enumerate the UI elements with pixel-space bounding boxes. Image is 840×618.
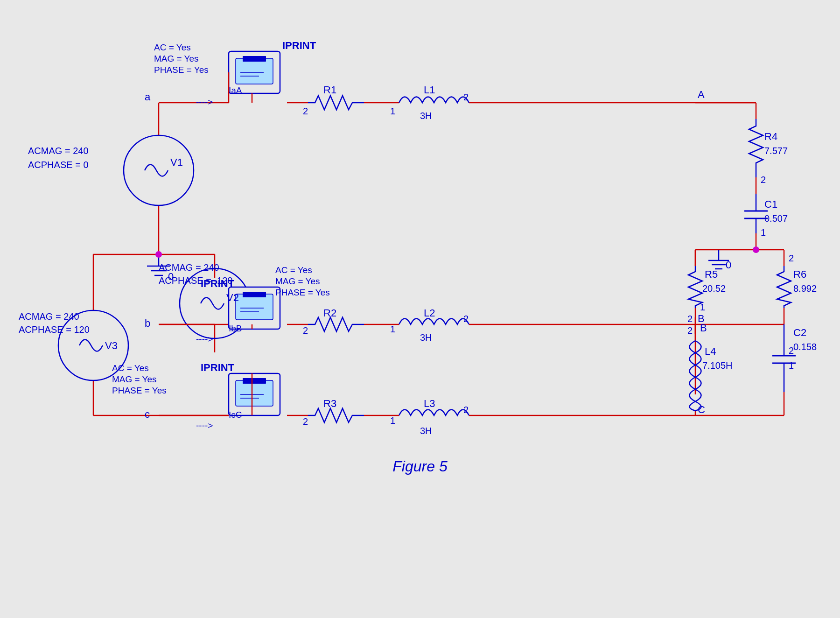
c1-node1: 1 [761, 227, 766, 238]
svg-rect-51 [236, 294, 273, 320]
ground2-label: 0 [726, 259, 731, 271]
c2-label: C2 [793, 327, 806, 338]
svg-point-76 [155, 251, 162, 258]
l2-label: L2 [424, 307, 435, 319]
r5-b-2node: 2 [687, 325, 693, 336]
l4-label: L4 [705, 345, 716, 357]
svg-rect-46 [236, 58, 273, 84]
svg-point-77 [753, 246, 759, 253]
c2-value: 0.158 [793, 342, 817, 352]
node-A-label: A [698, 89, 705, 100]
v1-label: V1 [170, 156, 183, 168]
v3-acphase: ACPHASE = 120 [19, 324, 90, 335]
iprint2-arrow: ----> [196, 334, 213, 344]
iprint3-phase: PHASE = Yes [112, 386, 167, 395]
iprint1-mag: MAG = Yes [154, 54, 199, 63]
svg-rect-52 [243, 292, 266, 297]
r1-label: R1 [323, 84, 336, 96]
r6-label: R6 [793, 268, 806, 280]
r1-node2: 2 [303, 106, 308, 116]
iprint1-arrow: ----> [196, 97, 213, 107]
l3-label: L3 [424, 398, 435, 409]
l1-label: L1 [424, 84, 435, 96]
circuit-svg: 0 a b c A B C 1 2 2 1 2 2 1 2 2 2 1 1 2 … [0, 0, 840, 618]
iprint3-mag: MAG = Yes [112, 374, 157, 384]
figure-label: Figure 5 [392, 458, 448, 475]
l2-value: 3H [420, 332, 432, 343]
circuit-canvas-main: 0 a b c A B C 1 2 2 1 2 2 1 2 2 2 1 1 2 … [0, 0, 840, 618]
l2-b-node: 2 [687, 314, 693, 324]
c2-node1: 1 [789, 360, 794, 371]
l3-value: 3H [420, 426, 432, 436]
r2-node2: 2 [303, 325, 308, 336]
iprint3-title: IPRINT [201, 362, 235, 373]
iprint3-ac: AC = Yes [112, 363, 149, 373]
r4-node2: 2 [761, 175, 766, 185]
iprint2-ac: AC = Yes [275, 265, 312, 275]
svg-rect-47 [243, 56, 266, 62]
l1-value: 3H [420, 111, 432, 121]
svg-rect-56 [236, 380, 273, 406]
c1-label: C1 [764, 198, 777, 210]
l1-node2: 2 [463, 92, 469, 102]
r5-node1: 1 [700, 302, 705, 312]
v2-acmag: ACMAG = 240 [159, 262, 219, 273]
v3-label: V3 [105, 340, 118, 351]
iprint1-title: IPRINT [282, 40, 316, 51]
r1-node1: 1 [390, 106, 395, 116]
r4-value: 7.577 [764, 146, 788, 156]
r5-label: R5 [705, 268, 718, 280]
v1-acphase: ACPHASE = 0 [28, 160, 89, 170]
r2-node1: 1 [390, 324, 395, 334]
r4-label: R4 [764, 131, 777, 142]
svg-rect-0 [0, 0, 840, 618]
r6-value: 8.992 [793, 283, 817, 294]
l4-value: 7.105H [702, 360, 733, 371]
node-b-label: b [145, 317, 150, 329]
r6-node2: 2 [789, 253, 794, 263]
iprint2-current: IbB [229, 323, 242, 333]
r2-label: R2 [323, 307, 336, 319]
iprint2-title: IPRINT [201, 278, 235, 289]
r5-value: 20.52 [702, 283, 726, 294]
v3-acmag: ACMAG = 240 [19, 311, 79, 322]
v2-label: V2 [226, 292, 239, 303]
r3-node2: 2 [303, 416, 308, 427]
iprint1-ac: AC = Yes [154, 42, 191, 52]
c1-value: 0.507 [764, 213, 788, 224]
node-a-label: a [145, 91, 151, 103]
iprint2-mag: MAG = Yes [275, 276, 320, 286]
l2-node2: 2 [463, 314, 469, 324]
node-B-right: B [700, 322, 707, 334]
iprint1-phase: PHASE = Yes [154, 65, 209, 75]
iprint2-phase: PHASE = Yes [275, 288, 330, 297]
iprint3-arrow: ----> [196, 421, 213, 430]
iprint3-current: IcC [229, 410, 242, 420]
l3-node2: 2 [463, 405, 469, 415]
node-c-label: c [145, 408, 150, 420]
r3-node1: 1 [390, 415, 395, 426]
v1-acmag: ACMAG = 240 [28, 146, 89, 156]
svg-rect-57 [243, 378, 266, 384]
node-C-label: C [698, 404, 705, 415]
iprint1-current: IaA [229, 85, 242, 95]
r3-label: R3 [323, 398, 336, 409]
